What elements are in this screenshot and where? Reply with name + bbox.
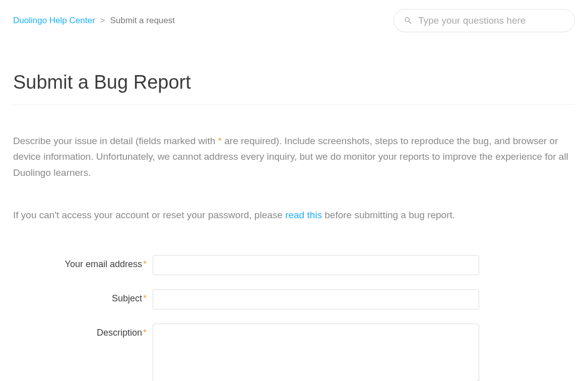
email-field[interactable] (153, 255, 479, 275)
form-row-description: Description* (13, 324, 575, 381)
page-title: Submit a Bug Report (13, 72, 575, 105)
access-note: If you can't access your account or rese… (13, 208, 575, 223)
required-mark: * (143, 259, 147, 269)
required-mark: * (143, 328, 147, 338)
intro-text: Describe your issue in detail (fields ma… (13, 133, 575, 180)
email-label: Your email address (65, 259, 142, 269)
required-mark: * (143, 293, 147, 303)
access-note-before: If you can't access your account or rese… (13, 210, 285, 220)
subject-field[interactable] (153, 289, 479, 309)
breadcrumb: Duolingo Help Center > Submit a request (13, 16, 175, 26)
description-label-wrap: Description* (13, 324, 153, 338)
email-label-wrap: Your email address* (13, 255, 153, 270)
read-this-link[interactable]: read this (285, 210, 322, 220)
description-label: Description (97, 328, 142, 338)
description-field[interactable] (153, 324, 479, 381)
search-input[interactable] (394, 9, 575, 32)
form-row-email: Your email address* (13, 255, 575, 275)
form-row-subject: Subject* (13, 289, 575, 309)
required-asterisk: * (218, 136, 222, 146)
intro-part1: Describe your issue in detail (fields ma… (13, 136, 218, 146)
access-note-after: before submitting a bug report. (322, 210, 455, 220)
search-icon (404, 16, 413, 25)
bug-report-form: Your email address* Subject* Description… (13, 255, 575, 381)
breadcrumb-separator: > (100, 16, 105, 26)
subject-label: Subject (112, 293, 142, 303)
search-container (394, 9, 575, 32)
breadcrumb-current: Submit a request (110, 16, 175, 26)
breadcrumb-home-link[interactable]: Duolingo Help Center (13, 16, 95, 26)
subject-label-wrap: Subject* (13, 289, 153, 304)
